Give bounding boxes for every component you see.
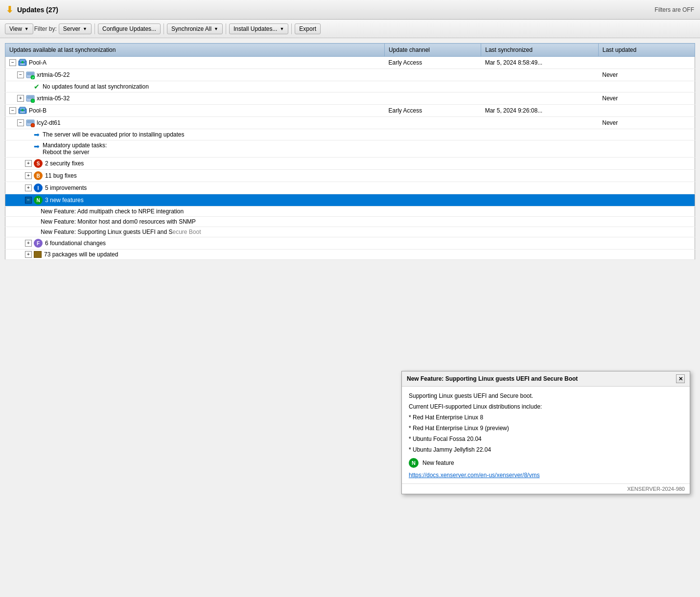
- foundational-row[interactable]: + F 6 foundational changes: [5, 237, 695, 250]
- new-feature-2-label: New Feature: Monitor host and dom0 resou…: [41, 218, 196, 225]
- check-icon: ✔: [34, 83, 40, 91]
- svg-rect-5: [23, 64, 24, 65]
- synchronize-all-button[interactable]: Synchronize All ▼: [167, 23, 223, 34]
- pool-a-channel: Early Access: [384, 57, 481, 69]
- security-badge: S: [34, 159, 43, 168]
- improvements-expand-btn[interactable]: +: [25, 184, 32, 191]
- lcy2dt61-updated: Never: [598, 117, 695, 129]
- mandatory-row: ➡ Mandatory update tasks: Reboot the ser…: [5, 140, 695, 158]
- no-updates-label: No updates found at last synchronization: [43, 83, 149, 90]
- updates-icon: ⬇: [6, 4, 13, 15]
- xrtmia0522-collapse-btn[interactable]: −: [17, 71, 24, 78]
- pool-a-collapse-btn[interactable]: −: [9, 59, 16, 66]
- packages-icon: [34, 251, 42, 258]
- col-channel: Update channel: [384, 44, 481, 57]
- new-feature-3-row[interactable]: New Feature: Supporting Linux guests UEF…: [5, 227, 695, 237]
- tooltip-line6: * Ubuntu Jammy Jellyfish 22.04: [409, 445, 683, 454]
- lcy2dt61-icon: [26, 118, 35, 127]
- pool-a-row[interactable]: − Pool-A Early Access Mar 5, 2024 8:: [5, 57, 695, 69]
- updates-table: Updates available at last synchronizatio…: [5, 43, 695, 260]
- tooltip-line1: Supporting Linux guests UEFI and Secure …: [409, 391, 683, 400]
- svg-rect-3: [21, 64, 22, 65]
- lcy2dt61-label: lcy2-dt61: [37, 119, 61, 126]
- security-expand-btn[interactable]: +: [25, 160, 32, 167]
- xrtmia-0522-row[interactable]: − ✓ xrtmia-05-22 Never: [5, 69, 695, 81]
- main-content: Updates available at last synchronizatio…: [0, 38, 700, 265]
- new-feature-2-row[interactable]: New Feature: Monitor host and dom0 resou…: [5, 217, 695, 227]
- col-last-updated: Last updated: [598, 44, 695, 57]
- svg-rect-11: [27, 96, 33, 98]
- pool-a-icon: [18, 58, 27, 67]
- xrtmia0532-icon: [26, 94, 35, 103]
- tooltip-badge-label: New feature: [422, 459, 454, 466]
- svg-rect-20: [27, 121, 33, 123]
- improvements-badge: I: [34, 184, 43, 192]
- foundational-expand-btn[interactable]: +: [25, 240, 32, 247]
- svg-rect-17: [22, 112, 23, 113]
- server-button[interactable]: Server ▼: [59, 23, 92, 34]
- view-button[interactable]: View ▼: [5, 23, 33, 34]
- packages-row[interactable]: + 73 packages will be updated: [5, 250, 695, 260]
- pool-b-row[interactable]: − Pool-B Early Access Mar 5, 2024 9:: [5, 105, 695, 117]
- tooltip-close-button[interactable]: ✕: [676, 374, 685, 383]
- table-header-row: Updates available at last synchronizatio…: [5, 44, 695, 57]
- xrtmia0532-expand-btn[interactable]: +: [17, 95, 24, 102]
- new-features-row[interactable]: − N 3 new features: [5, 194, 695, 207]
- pool-b-label: Pool-B: [29, 107, 47, 114]
- new-feature-1-row[interactable]: New Feature: Add multipath check to NRPE…: [5, 207, 695, 217]
- bugfixes-label: 11 bug fixes: [45, 172, 77, 179]
- new-features-badge: N: [34, 196, 43, 205]
- window-title: Updates (27): [17, 6, 58, 14]
- packages-label: 73 packages will be updated: [44, 251, 118, 258]
- lcy2dt61-collapse-btn[interactable]: −: [17, 119, 24, 126]
- pool-a-sync: Mar 5, 2024 8:58:49...: [481, 57, 599, 69]
- tooltip-header: New Feature: Supporting Linux guests UEF…: [402, 371, 690, 387]
- sync-dropdown-arrow: ▼: [214, 26, 218, 31]
- pool-b-collapse-btn[interactable]: −: [9, 107, 16, 114]
- col-last-sync: Last synchronized: [481, 44, 599, 57]
- toolbar: View ▼ Filter by: Server ▼ Configure Upd…: [0, 20, 700, 38]
- export-button[interactable]: Export: [295, 23, 321, 34]
- svg-text:✓: ✓: [32, 76, 34, 79]
- title-bar-left: ⬇ Updates (27): [6, 4, 58, 15]
- svg-rect-4: [22, 64, 23, 65]
- tooltip-link[interactable]: https://docs.xenserver.com/en-us/xenserv…: [409, 472, 539, 479]
- svg-rect-7: [27, 73, 33, 75]
- packages-expand-btn[interactable]: +: [25, 251, 32, 258]
- tooltip-line2: Current UEFI-supported Linux distributio…: [409, 402, 683, 411]
- xrtmia-0532-row[interactable]: + xrtmia-05-32 Never: [5, 92, 695, 105]
- col-updates: Updates available at last synchronizatio…: [5, 44, 385, 57]
- svg-rect-18: [23, 112, 24, 113]
- xrtmia0522-icon: ✓: [26, 70, 35, 79]
- new-features-collapse-btn[interactable]: −: [25, 197, 32, 204]
- tooltip-line4: * Red Hat Enterprise Linux 9 (preview): [409, 424, 683, 433]
- tooltip-footer: XENSERVER-2024-980: [402, 483, 690, 494]
- configure-updates-button[interactable]: Configure Updates...: [98, 23, 161, 34]
- tooltip-title: New Feature: Supporting Linux guests UEF…: [407, 375, 578, 382]
- foundational-label: 6 foundational changes: [45, 240, 106, 247]
- sep2: [163, 23, 164, 34]
- svg-point-2: [22, 61, 23, 63]
- pool-b-sync: Mar 5, 2024 9:26:08...: [481, 105, 599, 117]
- security-row[interactable]: + S 2 security fixes: [5, 158, 695, 170]
- tooltip-line3: * Red Hat Enterprise Linux 8: [409, 413, 683, 422]
- bugfixes-badge: B: [34, 171, 43, 180]
- svg-point-12: [31, 99, 35, 103]
- lcy2dt61-row[interactable]: − lcy2-dt61 Never: [5, 117, 695, 129]
- tooltip-line5: * Ubuntu Focal Fossa 20.04: [409, 435, 683, 443]
- new-features-label: 3 new features: [45, 197, 84, 204]
- bugfixes-expand-btn[interactable]: +: [25, 172, 32, 179]
- install-updates-button[interactable]: Install Updates... ▼: [229, 23, 288, 34]
- improvements-row[interactable]: + I 5 improvements: [5, 182, 695, 194]
- xrtmia0532-label: xrtmia-05-32: [37, 95, 70, 102]
- security-label: 2 security fixes: [45, 160, 84, 167]
- new-feature-1-label: New Feature: Add multipath check to NRPE…: [41, 208, 184, 215]
- sep3: [226, 23, 226, 34]
- svg-rect-16: [21, 112, 22, 113]
- title-bar: ⬇ Updates (27) Filters are OFF: [0, 0, 700, 20]
- install-dropdown-arrow: ▼: [280, 26, 284, 31]
- bugfixes-row[interactable]: + B 11 bug fixes: [5, 170, 695, 182]
- pool-b-channel: Early Access: [384, 105, 481, 117]
- sep1: [94, 23, 95, 34]
- pool-a-label: Pool-A: [29, 59, 47, 66]
